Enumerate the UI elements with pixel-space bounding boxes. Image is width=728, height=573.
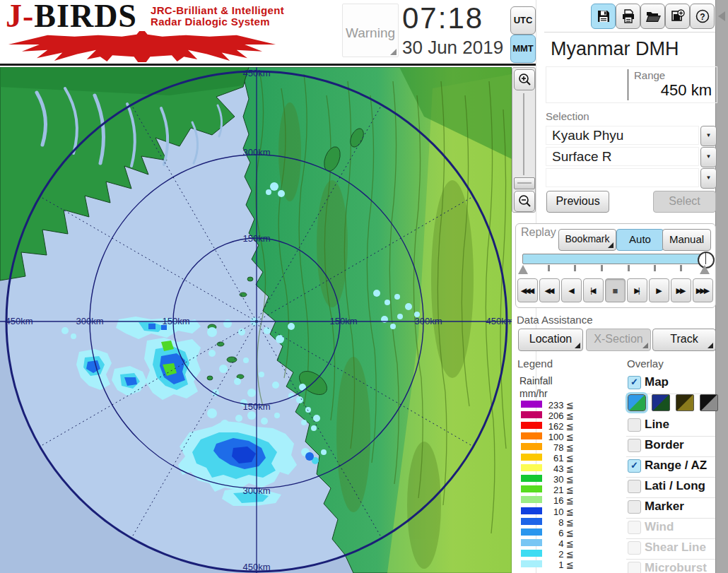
track-button[interactable]: Track — [652, 329, 716, 351]
range-label: Range — [634, 69, 665, 81]
track-label: Track — [670, 333, 698, 345]
product-dropdown-arrow[interactable]: ▼ — [700, 147, 717, 167]
header-bar: J-BIRDS JRC-Brilliant & IntelligentRadar… — [0, 0, 536, 66]
checkbox-unchecked[interactable] — [628, 439, 641, 452]
legend-value: 233 ≦ — [532, 400, 574, 410]
radar-map[interactable]: 450km300km150km150km300km450km450km300km… — [0, 67, 512, 573]
x-section-button: X-Section — [586, 329, 651, 351]
logo-subtitle: JRC-Brilliant & IntelligentRadar Dialogi… — [151, 5, 284, 28]
step-back-button[interactable]: |◀ — [583, 278, 604, 302]
range-end-marker[interactable] — [700, 265, 710, 274]
legend-value: 61 ≦ — [532, 453, 574, 463]
playback-controls: ◀◀◀◀◀◀|◀■▶|▶▶▶▶▶▶ — [517, 278, 716, 302]
location-label: Location — [529, 333, 573, 345]
stop-button[interactable]: ■ — [605, 278, 626, 302]
mmt-button[interactable]: MMT — [510, 35, 536, 63]
legend-value: 16 ≦ — [532, 495, 574, 506]
magnifier-plus-icon — [517, 73, 532, 87]
help-button[interactable]: ? — [690, 4, 715, 29]
fast-rewind-button[interactable]: ◀◀ — [539, 278, 560, 302]
legend-value: 4 ≦ — [532, 538, 574, 549]
checkbox-unchecked[interactable] — [628, 418, 641, 432]
save-icon — [596, 8, 611, 24]
corner-menu-icon — [708, 343, 713, 348]
clock-date: 30 Jun 2019 — [402, 37, 519, 59]
print-button[interactable] — [616, 4, 640, 29]
jump-first-button[interactable]: ◀◀◀ — [517, 278, 538, 302]
utc-button[interactable]: UTC — [510, 6, 536, 35]
legend-value: 8 ≦ — [532, 517, 574, 528]
slider-tick — [601, 265, 603, 271]
add-image-button[interactable] — [665, 4, 690, 29]
overlay-row-marker: Marker — [626, 497, 715, 519]
station-title: Myanmar DMH — [551, 38, 679, 60]
open-folder-icon — [645, 8, 661, 24]
location-button[interactable]: Location — [518, 329, 583, 351]
checkbox-unchecked[interactable] — [628, 500, 641, 514]
overlay-item-label: Marker — [645, 500, 684, 514]
distance-label: 150km — [162, 316, 189, 326]
range-start-marker[interactable] — [518, 265, 528, 274]
bookmark-label: Bookmark — [565, 233, 609, 244]
slider-tick — [654, 265, 656, 271]
resize-corner-icon — [390, 49, 397, 55]
divider — [544, 32, 715, 33]
checkbox-checked[interactable]: ✓ — [628, 376, 641, 389]
overlay-title: Overlay — [627, 358, 664, 370]
map-style-swatch-2[interactable] — [652, 394, 670, 411]
option-dropdown-arrow[interactable]: ▼ — [700, 168, 717, 189]
corner-menu-icon — [575, 343, 580, 348]
map-style-swatch-4[interactable] — [700, 394, 718, 411]
overlay-item-label: Microburst — [645, 561, 707, 573]
legend-value: 10 ≦ — [532, 507, 574, 517]
fast-forward-button[interactable]: ▶▶ — [671, 278, 691, 302]
panel-collapse-arrow-icon[interactable] — [718, 11, 725, 21]
manual-mode-button[interactable]: Manual — [662, 229, 711, 251]
legend-value: 21 ≦ — [532, 485, 574, 495]
zoom-slider-handle[interactable] — [514, 177, 535, 189]
save-button[interactable] — [591, 4, 616, 29]
zoom-in-button[interactable] — [514, 69, 535, 90]
magnifier-minus-icon — [517, 194, 532, 208]
checkbox-unchecked[interactable] — [628, 480, 641, 493]
play-reverse-button[interactable]: ◀ — [561, 278, 582, 302]
map-style-swatch-3[interactable] — [676, 394, 694, 411]
chevron-down-icon: ▼ — [706, 175, 712, 181]
legend-title: Legend — [517, 358, 553, 370]
corner-menu-icon — [608, 242, 613, 248]
site-dropdown-arrow[interactable]: ▼ — [700, 126, 717, 146]
radar-map-canvas: 450km300km150km150km300km450km450km300km… — [0, 67, 512, 573]
overlay-row-lati-long: Lati / Long — [626, 477, 715, 498]
legend-unit-label: Rainfall — [519, 375, 553, 386]
select-button: Select — [653, 191, 716, 213]
site-dropdown[interactable]: Kyauk Phyu — [546, 126, 699, 145]
help-icon: ? — [695, 8, 710, 24]
jump-last-button[interactable]: ▶▶▶ — [693, 278, 713, 302]
zoom-slider-track[interactable] — [523, 93, 524, 175]
warning-button[interactable]: Warning — [342, 4, 399, 57]
product-dropdown[interactable]: Surface R — [546, 147, 699, 166]
data-assistance-label: Data Assistance — [517, 314, 593, 326]
slider-tick — [548, 265, 550, 271]
legend-value: 162 ≦ — [532, 421, 574, 432]
legend-value: 206 ≦ — [532, 410, 574, 421]
overlay-item-label: Range / AZ — [645, 459, 707, 473]
option-dropdown[interactable] — [546, 168, 699, 187]
distance-label: 150km — [329, 316, 357, 326]
auto-mode-button[interactable]: Auto — [616, 229, 664, 251]
distance-label: 450km — [242, 68, 270, 78]
map-style-swatch-1[interactable] — [628, 394, 646, 411]
overlay-item-label: Border — [645, 438, 684, 452]
zoom-out-button[interactable] — [514, 191, 535, 212]
step-forward-button[interactable]: ▶| — [627, 278, 647, 302]
overlay-row-range-az: ✓Range / AZ — [626, 456, 715, 478]
play-button[interactable]: ▶ — [649, 278, 669, 302]
previous-button[interactable]: Previous — [546, 191, 609, 213]
replay-slider-track[interactable] — [522, 254, 702, 264]
bookmark-button[interactable]: Bookmark — [558, 229, 616, 251]
open-file-button[interactable] — [640, 4, 665, 29]
checkbox-checked[interactable]: ✓ — [628, 459, 641, 473]
x-section-label: X-Section — [594, 333, 642, 345]
svg-text:?: ? — [700, 12, 705, 22]
overlay-item-label: Lati / Long — [645, 479, 705, 493]
